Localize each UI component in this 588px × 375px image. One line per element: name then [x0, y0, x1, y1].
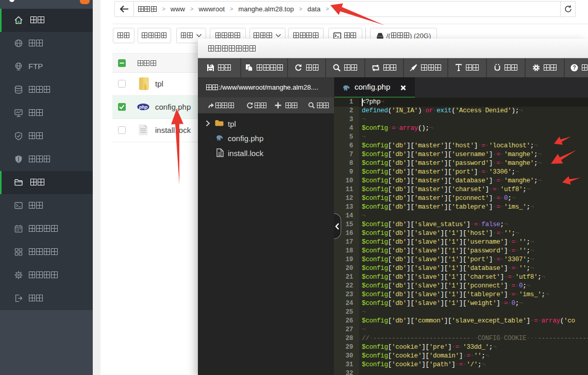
svg-text:?: ?: [573, 64, 576, 71]
svg-text:php: php: [139, 105, 148, 110]
